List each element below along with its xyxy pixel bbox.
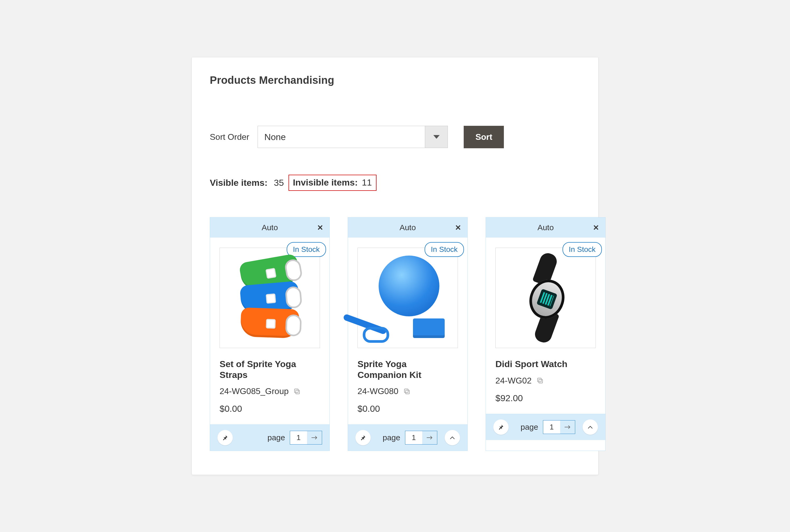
sort-order-value: None <box>258 126 425 148</box>
page-label: page <box>267 433 285 442</box>
card-mode: Auto <box>400 223 416 232</box>
page-controls: page <box>520 419 598 435</box>
close-icon[interactable]: ✕ <box>593 223 599 232</box>
arrow-right-icon[interactable] <box>422 431 437 444</box>
svg-rect-5 <box>538 378 541 382</box>
close-icon[interactable]: ✕ <box>317 223 323 232</box>
pin-icon[interactable] <box>493 419 508 435</box>
page-input-group <box>543 420 575 434</box>
product-image: In Stock <box>358 248 458 348</box>
product-sku-row: 24-WG080 <box>358 386 458 396</box>
page-label: page <box>383 433 400 442</box>
page-input[interactable] <box>543 420 560 434</box>
card-header: Auto ✕ <box>210 217 329 238</box>
section-title: Products Merchandising <box>210 74 580 86</box>
item-counts: Visible items: 35 Invisible items: 11 <box>210 175 580 191</box>
page-input-group <box>290 431 322 444</box>
close-icon[interactable]: ✕ <box>455 223 461 232</box>
card-footer: page <box>210 424 329 451</box>
card-header: Auto ✕ <box>486 217 605 238</box>
chevron-up-icon[interactable] <box>583 419 598 435</box>
product-sku: 24-WG080 <box>358 386 399 396</box>
product-price: $92.00 <box>495 393 596 403</box>
invisible-items-value: 11 <box>362 177 372 187</box>
copy-icon[interactable] <box>403 388 410 395</box>
stock-badge: In Stock <box>287 242 326 257</box>
merchandising-panel: Products Merchandising Sort Order None S… <box>192 57 598 475</box>
product-card: Auto ✕ In Stock Didi Sport Watch 24-WG02 <box>486 217 605 451</box>
invisible-items-label: Invisible items: <box>293 177 358 187</box>
page-input-group <box>405 431 437 444</box>
product-cards: Auto ✕ In Stock Set of Sprite Yoga Strap… <box>210 217 580 451</box>
page-controls: page <box>383 430 460 445</box>
svg-rect-0 <box>296 390 300 394</box>
pin-icon[interactable] <box>355 430 371 445</box>
product-name: Didi Sport Watch <box>495 359 596 369</box>
card-header: Auto ✕ <box>348 217 467 238</box>
sort-order-label: Sort Order <box>210 132 249 142</box>
svg-rect-2 <box>406 390 409 394</box>
product-name: Sprite Yoga Companion Kit <box>358 359 458 380</box>
chevron-down-icon[interactable] <box>425 126 448 148</box>
product-card: Auto ✕ In Stock Set of Sprite Yoga Strap… <box>210 217 330 451</box>
svg-rect-4 <box>539 379 542 383</box>
copy-icon[interactable] <box>293 388 301 395</box>
product-sku: 24-WG085_Group <box>219 386 289 396</box>
product-image: In Stock <box>495 248 596 348</box>
card-body: In Stock Set of Sprite Yoga Straps 24-WG… <box>210 238 329 425</box>
product-name: Set of Sprite Yoga Straps <box>219 359 320 380</box>
product-sku-row: 24-WG02 <box>495 376 596 385</box>
sort-order-select[interactable]: None <box>257 126 448 148</box>
svg-rect-3 <box>404 389 408 393</box>
sort-button[interactable]: Sort <box>464 126 504 148</box>
copy-icon[interactable] <box>536 377 544 384</box>
product-sku-row: 24-WG085_Group <box>219 386 320 396</box>
product-card: Auto ✕ In Stock Sprite Yoga Companion Ki… <box>348 217 468 451</box>
page-controls: page <box>267 431 322 444</box>
product-image: In Stock <box>219 248 320 348</box>
product-price: $0.00 <box>219 403 320 414</box>
page-input[interactable] <box>405 431 422 444</box>
arrow-right-icon[interactable] <box>560 420 575 434</box>
sort-row: Sort Order None Sort <box>210 126 580 148</box>
visible-items-value: 35 <box>274 177 284 188</box>
card-mode: Auto <box>537 223 554 232</box>
page-label: page <box>520 423 538 432</box>
pin-icon[interactable] <box>217 430 233 445</box>
card-body: In Stock Didi Sport Watch 24-WG02 $9 <box>486 238 605 414</box>
product-sku: 24-WG02 <box>495 376 532 385</box>
visible-items-label: Visible items: <box>210 177 268 188</box>
invisible-items-highlight: Invisible items: 11 <box>289 175 377 191</box>
page-input[interactable] <box>290 431 307 444</box>
card-footer: page <box>348 424 467 451</box>
product-price: $0.00 <box>358 403 458 414</box>
card-footer: page <box>486 414 605 440</box>
card-body: In Stock Sprite Yoga Companion Kit 24-WG… <box>348 238 467 425</box>
arrow-right-icon[interactable] <box>307 431 322 444</box>
chevron-up-icon[interactable] <box>445 430 460 445</box>
svg-rect-1 <box>295 389 298 393</box>
card-mode: Auto <box>262 223 278 232</box>
